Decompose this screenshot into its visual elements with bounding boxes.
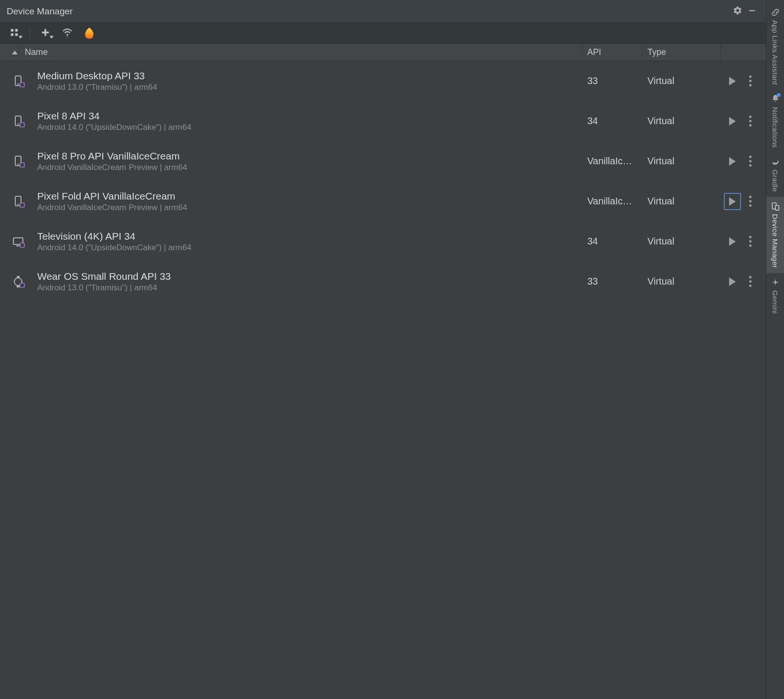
wifi-pair-button[interactable] (61, 27, 74, 40)
chevron-down-icon (19, 32, 22, 41)
svg-point-7 (66, 33, 68, 35)
device-actions (721, 113, 766, 130)
siderail-item-notifications[interactable]: Notifications (766, 90, 784, 153)
siderail-label: Notifications (771, 107, 779, 148)
play-icon (729, 157, 736, 166)
device-api: 34 (583, 236, 643, 247)
wifi-icon (62, 28, 73, 39)
device-row[interactable]: Pixel 8 Pro API VanillaIceCreamAndroid V… (0, 141, 766, 181)
device-more-button[interactable] (745, 193, 755, 210)
svg-rect-9 (17, 84, 19, 85)
toolbar (0, 23, 766, 44)
device-name: Pixel Fold API VanillaIceCream (37, 191, 578, 202)
run-device-button[interactable] (724, 113, 741, 130)
flame-icon (85, 28, 94, 39)
gradle-icon (771, 157, 780, 167)
play-icon (729, 77, 736, 85)
svg-rect-0 (749, 10, 755, 11)
device-more-button[interactable] (745, 233, 755, 250)
device-actions (721, 73, 766, 90)
device-api: VanillaIc… (583, 196, 643, 207)
run-device-button[interactable] (724, 273, 741, 290)
device-type: Virtual (643, 276, 721, 287)
device-api: 33 (583, 276, 643, 287)
run-device-button[interactable] (724, 153, 741, 170)
minimize-button[interactable] (745, 4, 759, 19)
column-sort-indicator[interactable] (0, 44, 19, 61)
svg-rect-16 (20, 163, 24, 167)
svg-rect-12 (17, 124, 19, 125)
grid-icon (10, 28, 19, 39)
siderail-item-gradle[interactable]: Gradle (766, 152, 784, 197)
device-actions (721, 153, 766, 170)
device-subtitle: Android VanillaIceCream Preview | arm64 (37, 203, 578, 212)
device-name: Wear OS Small Round API 33 (37, 271, 578, 282)
device-name-cell: Wear OS Small Round API 33Android 13.0 (… (37, 271, 583, 293)
device-type-icon (0, 75, 37, 87)
gear-icon (733, 6, 742, 17)
run-device-button[interactable] (724, 233, 741, 250)
device-subtitle: Android VanillaIceCream Preview | arm64 (37, 163, 578, 172)
table-header: Name API Type (0, 44, 766, 61)
siderail-item-device-manager[interactable]: Device Manager (766, 197, 784, 273)
device-subtitle: Android 14.0 ("UpsideDownCake") | arm64 (37, 123, 578, 132)
column-api[interactable]: API (583, 44, 643, 61)
device-api: VanillaIc… (583, 156, 643, 167)
device-more-button[interactable] (745, 113, 755, 130)
device-manager-icon (771, 201, 780, 211)
column-type[interactable]: Type (643, 44, 721, 61)
device-type-icon (0, 115, 37, 127)
device-api: 33 (583, 75, 643, 86)
settings-button[interactable] (731, 4, 745, 19)
device-row[interactable]: Wear OS Small Round API 33Android 13.0 (… (0, 262, 766, 302)
plus-icon (41, 28, 50, 39)
siderail-label: Gemini (771, 290, 779, 314)
run-device-button[interactable] (724, 193, 741, 210)
device-type-icon (0, 275, 37, 288)
device-type-icon (0, 195, 37, 208)
device-type: Virtual (643, 116, 721, 127)
device-actions (721, 233, 766, 250)
play-icon (729, 117, 736, 126)
svg-rect-24 (17, 276, 20, 278)
svg-rect-19 (20, 203, 24, 207)
device-type-icon (0, 155, 37, 168)
device-subtitle: Android 14.0 ("UpsideDownCake") | arm64 (37, 243, 578, 253)
svg-rect-6 (42, 32, 49, 33)
svg-rect-1 (11, 29, 13, 31)
column-name[interactable]: Name (19, 44, 583, 61)
firebase-button[interactable] (83, 27, 96, 40)
svg-rect-22 (20, 243, 24, 247)
sort-ascending-icon (12, 51, 18, 54)
add-device-button[interactable] (39, 27, 52, 40)
device-more-button[interactable] (745, 73, 755, 90)
device-more-button[interactable] (745, 153, 755, 170)
svg-rect-18 (17, 204, 19, 205)
device-row[interactable]: Pixel 8 API 34Android 14.0 ("UpsideDownC… (0, 101, 766, 141)
device-type: Virtual (643, 196, 721, 207)
device-name-cell: Pixel Fold API VanillaIceCreamAndroid Va… (37, 191, 583, 212)
siderail-item-gemini[interactable]: Gemini (766, 273, 784, 318)
device-row[interactable]: Television (4K) API 34Android 14.0 ("Ups… (0, 222, 766, 262)
device-name: Pixel 8 API 34 (37, 110, 578, 122)
device-actions (721, 193, 766, 210)
device-table-body: Medium Desktop API 33Android 13.0 ("Tira… (0, 61, 766, 699)
panel-title: Device Manager (7, 6, 731, 17)
right-tool-rail: App Links AssistantNotificationsGradleDe… (766, 0, 784, 699)
device-actions (721, 273, 766, 290)
grid-view-button[interactable] (8, 27, 21, 40)
run-device-button[interactable] (724, 73, 741, 90)
device-subtitle: Android 13.0 ("Tiramisu") | arm64 (37, 83, 578, 92)
device-row[interactable]: Pixel Fold API VanillaIceCreamAndroid Va… (0, 181, 766, 222)
device-row[interactable]: Medium Desktop API 33Android 13.0 ("Tira… (0, 61, 766, 101)
svg-rect-26 (20, 283, 24, 287)
device-more-button[interactable] (745, 273, 755, 290)
siderail-label: App Links Assistant (771, 20, 779, 85)
app-links-icon (771, 8, 780, 17)
siderail-item-app-links[interactable]: App Links Assistant (766, 3, 784, 90)
device-name-cell: Television (4K) API 34Android 14.0 ("Ups… (37, 231, 583, 253)
svg-point-27 (773, 162, 774, 163)
play-icon (729, 237, 736, 246)
panel-header: Device Manager (0, 0, 766, 23)
column-actions (721, 44, 766, 61)
